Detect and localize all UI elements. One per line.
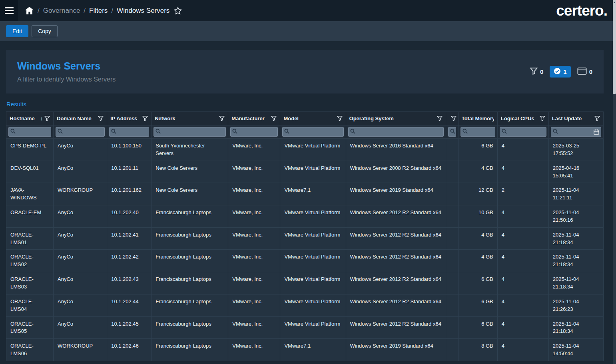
column-search-box[interactable] xyxy=(282,127,343,137)
table-filter-row xyxy=(6,125,604,139)
cell-ip: 10.1.201.162 xyxy=(107,183,152,205)
column-search-input[interactable] xyxy=(162,129,224,135)
breadcrumb-separator: / xyxy=(38,7,40,15)
table-row[interactable]: ORACLE-LMS03AnyCo10.1.202.43Franciscabur… xyxy=(6,272,604,294)
column-search-box[interactable] xyxy=(109,127,149,137)
card-count-badge[interactable]: 0 xyxy=(577,68,592,76)
cell-os: Windows Server 2012 R2 Standard x64 xyxy=(346,205,446,228)
breadcrumb: / Governance / Filters / Windows Servers xyxy=(38,7,169,15)
search-icon xyxy=(58,129,63,135)
scrollbar-thumb[interactable]: ▲ xyxy=(613,0,616,94)
table-row[interactable]: JAVA-WINDOWSWORKGROUP10.1.201.162New Col… xyxy=(6,183,604,205)
column-search-input[interactable] xyxy=(17,129,49,135)
scrollbar-up-arrow[interactable]: ▲ xyxy=(613,1,616,4)
copy-button[interactable]: Copy xyxy=(32,25,58,37)
column-header-ip[interactable]: IP Address xyxy=(107,112,152,125)
cell-network: Franciscaburgh Laptops xyxy=(152,272,228,294)
filter-funnel-icon[interactable] xyxy=(540,116,545,121)
column-search-input[interactable] xyxy=(357,129,442,135)
column-header-network[interactable]: Network xyxy=(152,112,228,125)
column-search-box[interactable] xyxy=(500,127,546,137)
column-search-input[interactable] xyxy=(508,129,544,135)
filter-funnel-icon[interactable] xyxy=(219,116,225,121)
cell-manufacturer: VMware, Inc. xyxy=(228,227,280,250)
column-search-box[interactable] xyxy=(56,127,105,137)
cell-os: Windows Server 2012 R2 Standard x64 xyxy=(346,250,446,272)
column-search-box[interactable] xyxy=(348,127,444,137)
cell-domain: AnyCo xyxy=(54,316,107,339)
filter-funnel-icon[interactable] xyxy=(437,116,443,121)
cell-extra xyxy=(446,183,458,205)
column-label: Operating System xyxy=(349,115,435,121)
filter-funnel-icon[interactable] xyxy=(98,116,104,121)
page-subtitle: A filter to identify Windows Servers xyxy=(17,76,116,83)
filter-funnel-icon[interactable] xyxy=(451,116,457,121)
vertical-scrollbar[interactable]: ▲ xyxy=(613,0,616,364)
column-search-box[interactable] xyxy=(448,127,456,137)
cell-model: VMware Virtual Platform xyxy=(280,139,346,161)
column-header-os[interactable]: Operating System xyxy=(346,112,446,125)
filter-count-badge[interactable]: 0 xyxy=(530,68,543,76)
cell-os: Windows Server 2016 Standard x64 xyxy=(346,139,446,161)
filter-funnel-icon[interactable] xyxy=(142,116,148,121)
column-search-input[interactable] xyxy=(291,129,341,135)
filter-cell-memory xyxy=(458,125,497,139)
cell-model: VMware Virtual Platform xyxy=(280,161,346,183)
column-search-box[interactable] xyxy=(154,127,226,137)
cell-network: Franciscaburgh Laptops xyxy=(152,205,228,228)
column-header-domain[interactable]: Domain Name xyxy=(54,112,107,125)
calendar-icon[interactable] xyxy=(594,129,599,135)
column-header-extra[interactable] xyxy=(446,112,458,125)
cell-last_update: 2025-11-04 21:18:34 xyxy=(548,316,603,339)
column-search-input[interactable] xyxy=(64,129,103,135)
filter-funnel-icon[interactable] xyxy=(337,116,343,121)
hamburger-menu-icon[interactable] xyxy=(0,0,18,21)
cell-hostname: ORACLE-LMS06 xyxy=(6,339,54,361)
cell-hostname: ORACLE-LMS01 xyxy=(6,227,54,250)
edit-button[interactable]: Edit xyxy=(6,25,28,37)
filter-cell-hostname xyxy=(6,125,54,139)
breadcrumb-current-page: Windows Servers xyxy=(117,7,169,15)
column-search-input[interactable] xyxy=(239,129,276,135)
column-search-box[interactable] xyxy=(8,127,51,137)
breadcrumb-governance[interactable]: Governance xyxy=(43,7,80,15)
table-row[interactable]: ORACLE-EMAnyCo10.1.202.40Franciscaburgh … xyxy=(6,205,604,228)
home-icon[interactable] xyxy=(25,7,34,14)
cell-network: New Cole Servers xyxy=(152,161,228,183)
table-row[interactable]: CPS-DEMO-PLAnyCo10.1.100.150South Yvonne… xyxy=(6,139,604,161)
column-search-box[interactable] xyxy=(230,127,278,137)
cell-extra xyxy=(446,205,458,228)
cell-last_update: 2025-11-04 21:18:34 xyxy=(548,250,603,272)
column-search-box[interactable] xyxy=(461,127,495,137)
breadcrumb-filters[interactable]: Filters xyxy=(89,7,108,15)
cell-os: Windows Server 2012 R2 Standard x64 xyxy=(346,227,446,250)
table-row[interactable]: DEV-SQL01AnyCo10.1.201.11New Cole Server… xyxy=(6,161,604,183)
table-row[interactable]: ORACLE-LMS02AnyCo10.1.202.42Franciscabur… xyxy=(6,250,604,272)
check-count-badge[interactable]: 1 xyxy=(550,66,570,78)
column-header-hostname[interactable]: Hostname↑ xyxy=(6,112,54,125)
column-header-memory[interactable]: Total Memory xyxy=(458,112,497,125)
cell-last_update: 2025-04-16 15:05:41 xyxy=(548,161,603,183)
table-row[interactable]: ORACLE-LMS04AnyCo10.1.202.44Franciscabur… xyxy=(6,294,604,316)
column-header-manufacturer[interactable]: Manufacturer xyxy=(228,112,280,125)
column-header-model[interactable]: Model xyxy=(280,112,346,125)
column-search-box[interactable] xyxy=(551,127,601,137)
column-search-input[interactable] xyxy=(118,129,147,135)
column-header-last_update[interactable]: Last Update xyxy=(548,112,603,125)
cell-hostname: ORACLE-EM xyxy=(6,205,54,228)
column-header-cpus[interactable]: Logical CPUs xyxy=(497,112,548,125)
favorite-star-icon[interactable] xyxy=(173,6,182,15)
table-row[interactable]: ORACLE-LMS01AnyCo10.1.202.41Franciscabur… xyxy=(6,227,604,250)
filter-funnel-icon[interactable] xyxy=(44,116,50,121)
filter-funnel-icon[interactable] xyxy=(594,116,600,121)
cell-ip: 10.1.202.43 xyxy=(107,272,152,294)
column-search-input[interactable] xyxy=(469,129,493,135)
filter-cell-ip xyxy=(107,125,152,139)
column-search-input[interactable] xyxy=(559,129,592,135)
cell-extra xyxy=(446,339,458,361)
filter-funnel-icon[interactable] xyxy=(271,116,277,121)
check-count: 1 xyxy=(563,68,566,75)
table-row[interactable]: ORACLE-LMS05AnyCo10.1.202.45Franciscabur… xyxy=(6,316,604,339)
search-icon xyxy=(111,129,116,135)
table-row[interactable]: ORACLE-LMS06WORKGROUP10.1.202.46Francisc… xyxy=(6,339,604,361)
